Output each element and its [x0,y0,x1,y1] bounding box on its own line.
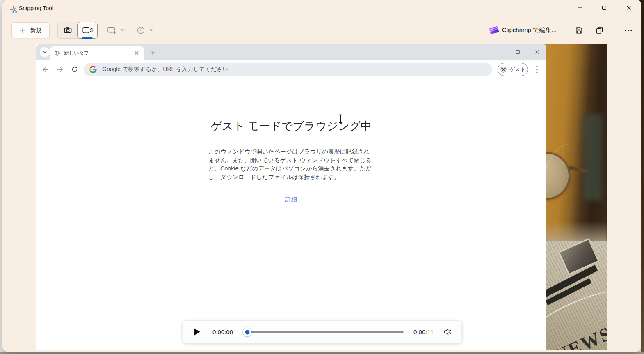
chevron-down-icon [121,28,125,32]
guest-avatar-icon [500,66,507,73]
reload-icon [69,64,80,75]
play-button[interactable] [194,327,202,336]
clock-icon [136,25,146,35]
video-preview[interactable]: NEWS 新しいタブ [36,44,607,350]
more-options-button[interactable] [621,23,636,38]
chevron-down-icon [43,51,47,54]
edit-in-clipchamp-button[interactable]: Clipchamp で編集... [486,22,561,38]
capture-mode-toggle [57,22,98,39]
tab-search-button [40,47,50,57]
toolbar-bottom-divider [2,43,641,43]
chrome-toolbar: Google で検索するか、URL を入力してください ゲスト [36,60,546,79]
back-icon [39,64,51,75]
chrome-minimize-icon [491,44,509,60]
titlebar[interactable]: Snipping Tool [2,0,641,17]
newspaper-fold-edge [541,286,607,335]
toolbar: 新規 [2,17,641,43]
clipchamp-icon [489,26,499,34]
text-cursor-icon [338,114,343,123]
newspaper-masthead-text: NEWS [551,322,607,350]
globe-icon [54,50,60,56]
google-g-icon [89,66,97,73]
desktop-strip-bottom [0,352,610,354]
tab-strip: 新しいタブ [36,44,546,60]
newspaper: NEWS [541,241,607,350]
media-player-bar: 0:00:00 0:00:11 [183,320,462,343]
guest-page-body: このウィンドウで開いたページはブラウザの履歴に記録されません。また、開いているゲ… [208,147,374,181]
save-button[interactable] [571,23,587,38]
camera-icon [63,25,73,35]
minimize-button[interactable] [571,0,590,16]
kebab-icon [533,64,541,75]
save-icon [575,26,583,34]
record-mode-button[interactable] [77,22,98,39]
forward-icon [54,64,66,75]
guest-label: ゲスト [509,66,525,73]
address-placeholder: Google で検索するか、URL を入力してください [102,66,228,73]
region-mode-dropdown[interactable] [107,22,125,38]
seek-thumb[interactable] [243,328,251,336]
desktop-strip-bottom-right [610,352,644,354]
current-time: 0:00:00 [212,329,233,336]
copy-button[interactable] [592,23,607,38]
newspaper-photo-block [558,238,599,275]
chevron-down-icon [149,28,154,32]
seek-slider[interactable] [243,327,404,337]
new-capture-label: 新規 [30,27,42,34]
region-select-icon [107,25,117,35]
delay-dropdown[interactable] [136,22,154,38]
maximize-button[interactable] [595,0,614,16]
recorded-chrome-window: 新しいタブ [36,44,546,350]
newspaper-headline-bar [541,265,598,299]
snapshot-mode-button[interactable] [58,22,78,38]
guest-page: ゲスト モードでブラウジング中 このウィンドウで開いたページはブラウザの履歴に記… [36,79,546,350]
photo-dark-patch [583,114,602,200]
app-title: Snipping Tool [19,5,53,11]
snipping-tool-window: Snipping Tool 新規 [2,0,641,352]
snipping-tool-logo-icon [9,5,16,12]
chrome-maximize-icon [509,44,527,60]
newspaper-headline-bar [546,278,592,305]
copy-icon [595,26,604,34]
toolbar-divider [614,25,614,35]
chrome-close-icon [528,44,546,60]
guest-page-heading: ゲスト モードでブラウジング中 [36,119,546,133]
desktop-edge-right [641,0,644,354]
clipchamp-label: Clipchamp で編集... [502,26,557,34]
new-capture-button[interactable]: 新規 [11,22,50,38]
plus-icon [20,27,26,33]
new-tab-icon [148,48,158,58]
more-icon [624,29,633,32]
volume-icon [443,328,452,336]
volume-button[interactable] [443,328,452,336]
details-link: 詳細 [285,196,297,203]
address-bar: Google で検索するか、URL を入力してください [84,63,492,76]
screen: Snipping Tool 新規 [0,0,644,354]
close-button[interactable] [619,0,638,16]
tab-close-icon [133,50,140,57]
duration: 0:00:11 [413,329,434,336]
selected-mode-indicator [82,37,93,39]
guest-profile-badge: ゲスト [498,63,528,76]
recorded-desktop-photo: NEWS [541,44,607,350]
active-tab: 新しいタブ [50,46,144,60]
tab-title: 新しいタブ [64,50,129,57]
video-camera-icon [82,26,93,34]
seek-track [244,331,404,333]
